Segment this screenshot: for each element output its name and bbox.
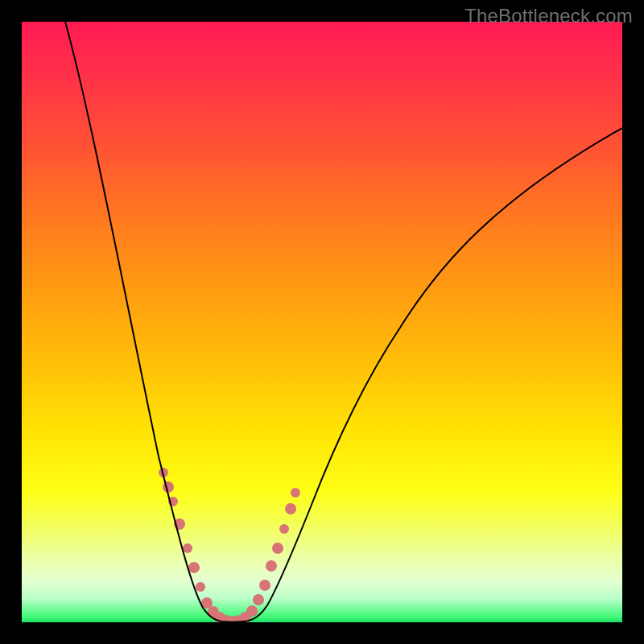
- marker-point: [214, 612, 225, 622]
- chart-frame: TheBottleneck.com: [0, 0, 644, 644]
- marker-point: [196, 582, 205, 592]
- marker-point: [285, 503, 296, 514]
- marker-point: [163, 481, 174, 493]
- marker-point: [208, 606, 219, 617]
- marker-point: [259, 580, 270, 591]
- marker-point: [168, 497, 178, 506]
- marker-point: [201, 597, 213, 609]
- marker-point: [183, 543, 192, 553]
- marker-point: [188, 562, 200, 573]
- marker-point: [291, 488, 300, 497]
- marker-point: [246, 605, 258, 617]
- marker-point: [221, 615, 232, 622]
- curve-layer: [22, 22, 622, 622]
- marker-group: [159, 468, 300, 622]
- marker-point: [233, 615, 245, 622]
- plot-area: [22, 22, 622, 622]
- marker-point: [279, 524, 289, 534]
- marker-point: [227, 616, 238, 622]
- marker-point: [272, 543, 283, 554]
- marker-point: [159, 468, 168, 477]
- marker-point: [174, 518, 185, 530]
- marker-point: [253, 594, 264, 605]
- marker-point: [240, 612, 251, 622]
- bottleneck-curve: [65, 22, 622, 622]
- watermark-text: TheBottleneck.com: [464, 5, 633, 27]
- marker-point: [266, 560, 277, 572]
